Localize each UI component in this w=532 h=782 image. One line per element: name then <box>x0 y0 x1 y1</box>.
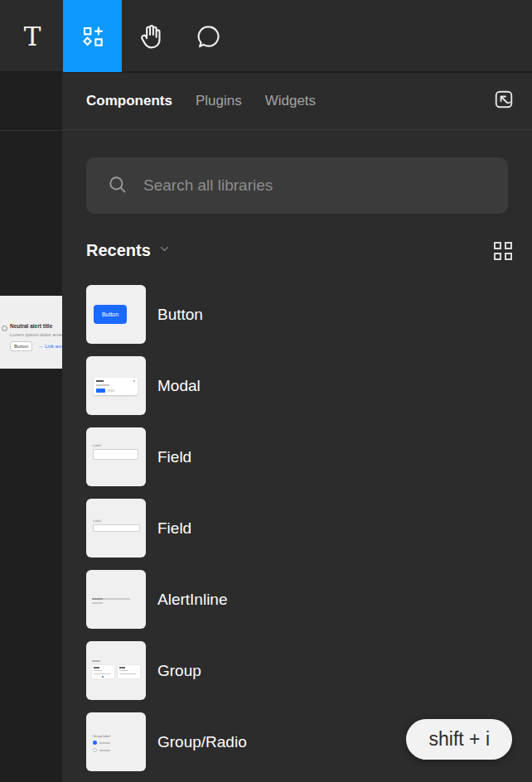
detach-panel-button[interactable] <box>490 87 518 115</box>
canvas-alert-card[interactable]: Neutral alert title Lorem ipsum dolor am… <box>0 296 62 369</box>
comment-bubble-icon <box>195 22 223 51</box>
mini-input <box>93 524 140 532</box>
component-name: Group <box>157 662 201 680</box>
alert-title: Neutral alert title <box>10 323 52 329</box>
panel-header: Components Plugins Widgets <box>62 73 532 130</box>
recents-title: Recents <box>86 241 151 260</box>
radio-selected-icon <box>93 741 97 745</box>
component-list-item-group[interactable]: Group <box>86 641 532 700</box>
open-in-new-window-icon <box>491 87 516 115</box>
grid-view-icon <box>494 242 501 249</box>
alert-body: Lorem ipsum dolor amet conse <box>10 332 62 337</box>
search-input[interactable] <box>143 176 493 195</box>
mini-modal <box>94 378 138 395</box>
component-name: Field <box>157 519 191 538</box>
mini-button: Button <box>94 305 127 324</box>
group-preview-thumbnail <box>86 641 146 700</box>
component-list-item-modal[interactable]: Modal <box>86 356 532 415</box>
alert-actions: Button → Link text <box>10 341 62 351</box>
group-radio-preview-thumbnail: Group label <box>86 712 146 771</box>
text-tool-button[interactable]: T <box>12 0 52 72</box>
component-name: Button <box>157 306 203 324</box>
component-list-item-field[interactable]: Label Field <box>86 427 532 486</box>
component-name: AlertInline <box>157 591 228 609</box>
field-preview-thumbnail: Label <box>86 427 146 486</box>
tab-plugins[interactable]: Plugins <box>196 93 242 109</box>
tab-components[interactable]: Components <box>86 93 172 109</box>
search-icon <box>106 173 128 199</box>
figma-window: T <box>0 0 532 782</box>
component-list-item-button[interactable]: Button Button <box>86 285 532 344</box>
alert-link: → Link text <box>38 344 62 349</box>
search-bar <box>86 157 508 214</box>
insert-panel: Components Plugins Widgets <box>62 73 532 782</box>
component-list-item-field-2[interactable]: Label Field <box>86 499 532 558</box>
field-preview-thumbnail: Label <box>86 499 146 558</box>
component-list-item-alertinline[interactable]: AlertInline <box>86 570 532 629</box>
component-name: Field <box>157 448 191 466</box>
hand-icon <box>137 22 165 51</box>
recents-row: Recents <box>86 241 512 260</box>
button-preview-thumbnail: Button <box>86 285 146 344</box>
components-icon <box>80 23 106 50</box>
component-list: Button Button Modal Label Field <box>86 285 532 771</box>
insert-component-tool-button[interactable] <box>63 0 122 72</box>
alertinline-preview-thumbnail <box>86 570 146 629</box>
component-name: Group/Radio <box>157 733 247 751</box>
tab-widgets[interactable]: Widgets <box>265 93 316 109</box>
component-name: Modal <box>157 377 201 395</box>
chevron-down-icon <box>158 243 171 258</box>
radio-unselected-icon <box>93 748 97 752</box>
grid-view-toggle[interactable] <box>494 242 512 260</box>
recents-dropdown[interactable]: Recents <box>86 241 171 260</box>
info-icon <box>2 326 7 331</box>
hand-tool-button[interactable] <box>131 0 171 72</box>
canvas-area: Neutral alert title Lorem ipsum dolor am… <box>0 73 62 782</box>
toolbar: T <box>0 0 532 72</box>
comment-tool-button[interactable] <box>189 0 229 72</box>
canvas-frame-edge <box>0 130 62 131</box>
modal-preview-thumbnail <box>86 356 146 415</box>
mini-input <box>93 449 138 460</box>
shortcut-hint-pill: shift + i <box>406 719 512 760</box>
text-tool-icon: T <box>24 22 41 51</box>
alert-button: Button <box>10 341 32 351</box>
